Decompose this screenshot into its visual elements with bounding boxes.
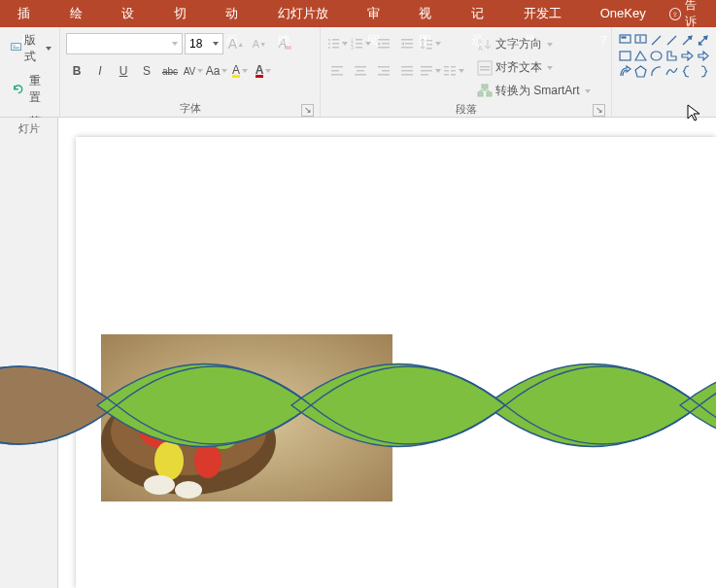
svg-rect-46 (444, 70, 449, 72)
tab-record[interactable]: 记录 (458, 0, 510, 27)
font-size-combo[interactable] (185, 33, 223, 54)
shape-circle[interactable] (649, 49, 663, 62)
align-left-button[interactable] (326, 60, 348, 82)
svg-rect-30 (331, 70, 339, 72)
shape-triangle[interactable] (633, 49, 647, 62)
svg-rect-59 (622, 37, 626, 38)
shrink-font-button[interactable]: A▼ (249, 33, 270, 54)
shape-diag[interactable] (649, 33, 663, 47)
bold-button[interactable]: B (66, 60, 87, 82)
svg-rect-34 (355, 74, 366, 76)
tab-transitions[interactable]: 切换 (160, 0, 213, 27)
shape-line[interactable] (665, 33, 678, 47)
font-color-button[interactable]: A (253, 60, 274, 82)
shape-path[interactable] (696, 49, 709, 62)
svg-rect-58 (620, 35, 631, 43)
justify-button[interactable] (396, 60, 418, 82)
slide-panel[interactable]: 灯片 (0, 118, 58, 588)
smartart-icon (477, 84, 493, 99)
svg-rect-44 (444, 66, 449, 68)
paragraph-dialog-launcher[interactable]: ↘ (593, 104, 605, 117)
svg-rect-26 (426, 40, 432, 42)
convert-smartart-button[interactable]: 转换为 SmartArt (472, 80, 596, 102)
shape-pent[interactable] (633, 64, 647, 78)
svg-point-75 (154, 441, 184, 480)
shape-arrow[interactable] (680, 33, 694, 47)
svg-point-10 (328, 43, 330, 45)
align-center-button[interactable] (350, 60, 371, 82)
svg-rect-52 (478, 61, 492, 75)
font-name-input[interactable] (71, 37, 170, 51)
tab-review[interactable]: 审阅 (354, 0, 406, 27)
svg-rect-57 (487, 92, 492, 96)
italic-button[interactable]: I (89, 60, 111, 82)
strike-button[interactable]: S (136, 60, 157, 82)
align-right-button[interactable] (373, 60, 394, 82)
tab-developer[interactable]: 开发工具 (510, 0, 587, 27)
svg-rect-15 (356, 39, 362, 41)
svg-line-63 (667, 36, 676, 45)
svg-point-12 (328, 47, 330, 49)
distribute-button[interactable] (420, 60, 441, 82)
tab-draw[interactable]: 绘图 (56, 0, 109, 27)
tab-insert[interactable]: 插入 (4, 0, 56, 27)
change-case-button[interactable]: Aa (206, 60, 227, 82)
shape-lshape[interactable] (665, 49, 678, 62)
tell-me[interactable]: ♀ 告诉 (669, 0, 712, 30)
svg-point-72 (138, 405, 181, 448)
tab-design[interactable]: 设计 (108, 0, 160, 27)
font-dialog-launcher[interactable]: ↘ (301, 104, 314, 117)
ribbon: 版式 重置 节 (0, 27, 716, 118)
svg-rect-29 (331, 66, 343, 68)
shape-bracket[interactable] (696, 64, 709, 78)
bullets-button[interactable] (326, 33, 348, 54)
shape-rrect[interactable] (618, 64, 631, 78)
svg-line-62 (652, 36, 661, 45)
reset-button[interactable]: 重置 (6, 70, 56, 109)
layout-label: 版式 (24, 32, 41, 65)
svg-rect-27 (426, 44, 432, 46)
svg-rect-22 (378, 47, 390, 49)
align-text-label: 对齐文本 (495, 59, 542, 76)
columns-button[interactable] (443, 60, 464, 82)
tab-onekey[interactable]: OneKey 7 (587, 0, 669, 27)
clear-format-button[interactable]: A (272, 33, 293, 54)
shape-curve[interactable] (665, 64, 678, 78)
slide-image-vegetables[interactable] (101, 334, 392, 502)
ribbon-tabbar: 插入 绘图 设计 切换 动画 幻灯片放映 审阅 视图 记录 开发工具 OneKe… (0, 0, 716, 27)
char-spacing-button[interactable]: AV (183, 60, 204, 82)
line-spacing-button[interactable] (420, 33, 441, 54)
svg-rect-31 (331, 74, 343, 76)
highlight-button[interactable]: A (229, 60, 251, 82)
underline-button[interactable]: U (113, 60, 134, 82)
indent-decrease-button[interactable] (373, 33, 394, 54)
layout-button[interactable]: 版式 (6, 29, 56, 68)
shape-rect[interactable] (618, 49, 631, 62)
shape-brace[interactable] (680, 64, 694, 78)
text-direction-button[interactable]: IIA 文字方向 (472, 33, 596, 55)
svg-point-67 (651, 52, 662, 60)
shape-arc[interactable] (649, 64, 663, 78)
font-name-combo[interactable] (66, 33, 183, 54)
font-size-input[interactable] (189, 37, 211, 51)
align-text-button[interactable]: 对齐文本 (472, 56, 596, 79)
shapes-gallery[interactable] (618, 33, 709, 78)
layout-icon (11, 41, 21, 56)
shape-vline[interactable] (633, 33, 647, 47)
svg-rect-9 (332, 39, 339, 41)
indent-increase-button[interactable] (396, 33, 418, 54)
svg-rect-7 (285, 46, 291, 50)
grow-font-button[interactable]: A▲ (225, 33, 247, 54)
shape-curvearrow[interactable] (696, 33, 709, 47)
tab-view[interactable]: 视图 (405, 0, 458, 27)
numbering-button[interactable]: 123 (350, 33, 371, 54)
shadow-button[interactable]: abc (159, 60, 181, 82)
svg-rect-56 (478, 92, 483, 96)
svg-rect-38 (401, 66, 413, 68)
tab-slideshow[interactable]: 幻灯片放映 (264, 0, 354, 27)
shape-textbox[interactable] (618, 33, 631, 47)
svg-rect-43 (421, 74, 428, 76)
shape-rarrow[interactable] (680, 49, 694, 62)
tab-animations[interactable]: 动画 (212, 0, 264, 27)
svg-point-8 (328, 39, 330, 41)
